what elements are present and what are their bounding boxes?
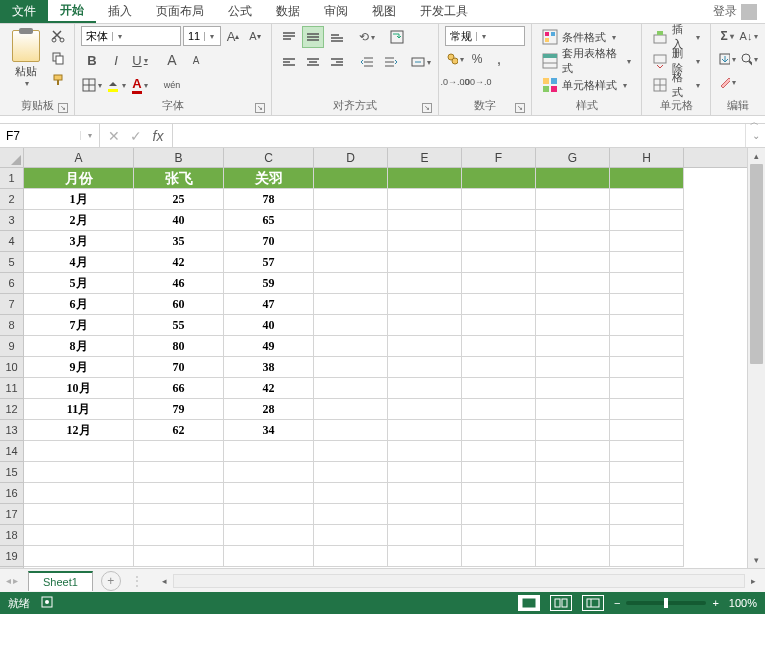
cell[interactable] — [224, 441, 314, 462]
column-header[interactable]: B — [134, 148, 224, 167]
cell[interactable] — [462, 483, 536, 504]
format-painter-button[interactable] — [48, 70, 68, 90]
cell[interactable] — [388, 399, 462, 420]
row-header[interactable]: 19 — [0, 546, 23, 567]
delete-cells-button[interactable]: 删除▾ — [648, 50, 704, 72]
sheet-tab-sheet1[interactable]: Sheet1 — [28, 571, 93, 591]
cell[interactable] — [314, 399, 388, 420]
cell[interactable] — [610, 420, 684, 441]
normal-view-button[interactable] — [518, 595, 540, 611]
fill-color-button[interactable]: ▾ — [105, 74, 127, 96]
borders-button[interactable]: ▾ — [81, 74, 103, 96]
conditional-format-button[interactable]: 条件格式▾ — [538, 26, 620, 48]
italic-button[interactable]: I — [105, 49, 127, 71]
cell[interactable]: 62 — [134, 420, 224, 441]
cell[interactable]: 关羽 — [224, 168, 314, 189]
cell[interactable] — [610, 483, 684, 504]
format-as-table-button[interactable]: 套用表格格式▾ — [538, 50, 635, 72]
cell[interactable] — [388, 441, 462, 462]
menu-tab[interactable]: 插入 — [96, 0, 144, 23]
dialog-launcher-icon[interactable]: ↘ — [255, 103, 265, 113]
cell[interactable] — [536, 336, 610, 357]
cell[interactable] — [462, 525, 536, 546]
cell[interactable] — [314, 525, 388, 546]
align-left-button[interactable] — [278, 51, 300, 73]
cell[interactable] — [24, 546, 134, 567]
cell[interactable] — [314, 462, 388, 483]
cell[interactable] — [388, 210, 462, 231]
login-link[interactable]: 登录 — [705, 0, 765, 23]
cell[interactable] — [134, 525, 224, 546]
cell[interactable]: 35 — [134, 231, 224, 252]
cell[interactable]: 70 — [224, 231, 314, 252]
horizontal-scrollbar[interactable]: ◂ ▸ — [153, 574, 765, 588]
cell[interactable] — [536, 294, 610, 315]
cell[interactable] — [610, 273, 684, 294]
row-header[interactable]: 10 — [0, 357, 23, 378]
decrease-font-button[interactable]: A▾ — [245, 26, 265, 46]
cell[interactable]: 8月 — [24, 336, 134, 357]
paste-button[interactable]: 粘贴 ▾ — [6, 26, 46, 88]
cell[interactable]: 12月 — [24, 420, 134, 441]
cell[interactable] — [536, 483, 610, 504]
cells-area[interactable]: 月份张飞关羽1月25782月40653月35704月42575月46596月60… — [24, 168, 747, 567]
cell[interactable] — [462, 336, 536, 357]
column-header[interactable]: F — [462, 148, 536, 167]
cell[interactable]: 79 — [134, 399, 224, 420]
cell[interactable] — [24, 504, 134, 525]
insert-cells-button[interactable]: 插入▾ — [648, 26, 704, 48]
cell[interactable]: 月份 — [24, 168, 134, 189]
align-top-button[interactable] — [278, 26, 300, 48]
cell[interactable] — [24, 462, 134, 483]
align-middle-button[interactable] — [302, 26, 324, 48]
scroll-left-icon[interactable]: ◂ — [157, 576, 173, 586]
cell[interactable]: 46 — [134, 273, 224, 294]
cell[interactable] — [610, 210, 684, 231]
zoom-value[interactable]: 100% — [729, 597, 757, 609]
underline-button[interactable]: U▾ — [129, 49, 151, 71]
increase-indent-button[interactable] — [380, 51, 402, 73]
increase-font-button-2[interactable]: A — [161, 49, 183, 71]
cell[interactable] — [462, 294, 536, 315]
column-header[interactable]: E — [388, 148, 462, 167]
row-header[interactable]: 17 — [0, 504, 23, 525]
cell[interactable] — [224, 462, 314, 483]
cell[interactable] — [462, 399, 536, 420]
tab-file[interactable]: 文件 — [0, 0, 48, 23]
add-sheet-button[interactable]: + — [101, 571, 121, 591]
align-right-button[interactable] — [326, 51, 348, 73]
row-header[interactable]: 9 — [0, 336, 23, 357]
macro-record-icon[interactable] — [40, 595, 54, 611]
decrease-indent-button[interactable] — [356, 51, 378, 73]
cell[interactable] — [314, 441, 388, 462]
cell[interactable] — [224, 504, 314, 525]
accounting-format-button[interactable]: ▾ — [445, 49, 465, 69]
cell[interactable] — [462, 189, 536, 210]
cell[interactable]: 6月 — [24, 294, 134, 315]
comma-button[interactable]: , — [489, 49, 509, 69]
cell[interactable] — [24, 483, 134, 504]
cell[interactable] — [610, 189, 684, 210]
cell[interactable]: 张飞 — [134, 168, 224, 189]
cell[interactable] — [224, 483, 314, 504]
cell[interactable]: 55 — [134, 315, 224, 336]
cell[interactable] — [462, 210, 536, 231]
row-header[interactable]: 1 — [0, 168, 23, 189]
percent-button[interactable]: % — [467, 49, 487, 69]
cell[interactable] — [388, 189, 462, 210]
name-box[interactable]: ▾ — [0, 124, 100, 147]
align-bottom-button[interactable] — [326, 26, 348, 48]
cell[interactable] — [610, 168, 684, 189]
cell[interactable] — [388, 483, 462, 504]
cell[interactable]: 34 — [224, 420, 314, 441]
dialog-launcher-icon[interactable]: ↘ — [58, 103, 68, 113]
copy-button[interactable] — [48, 48, 68, 68]
merge-center-button[interactable]: ▾ — [410, 51, 432, 73]
insert-function-button[interactable]: fx — [148, 126, 168, 146]
decrease-font-button-2[interactable]: A — [185, 49, 207, 71]
row-header[interactable]: 18 — [0, 525, 23, 546]
cell[interactable] — [314, 420, 388, 441]
vertical-scrollbar[interactable]: ▴ ▾ — [747, 148, 765, 568]
cell[interactable]: 40 — [224, 315, 314, 336]
cell[interactable] — [134, 462, 224, 483]
